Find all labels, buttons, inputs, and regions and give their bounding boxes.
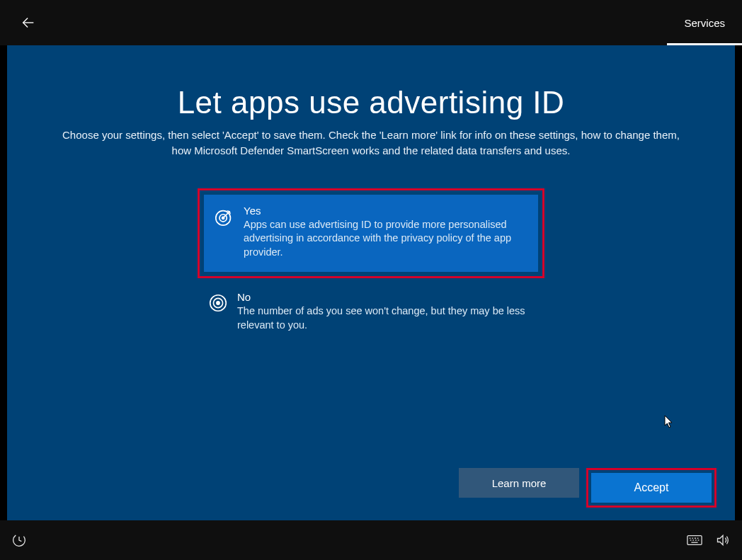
back-button[interactable]	[14, 8, 42, 37]
svg-rect-9	[687, 536, 702, 545]
option-no-desc: The number of ads you see won't change, …	[237, 304, 533, 332]
target-icon	[207, 292, 229, 314]
learn-more-button[interactable]: Learn more	[459, 468, 579, 498]
option-yes[interactable]: Yes Apps can use advertising ID to provi…	[204, 195, 538, 273]
target-arrow-icon	[214, 206, 235, 227]
svg-marker-19	[718, 535, 724, 544]
content-area: Let apps use advertising ID Choose your …	[7, 45, 735, 520]
volume-icon[interactable]	[715, 532, 731, 548]
option-yes-highlight: Yes Apps can use advertising ID to provi…	[198, 188, 544, 279]
keyboard-icon[interactable]	[687, 532, 702, 548]
page-title: Let apps use advertising ID	[7, 45, 735, 120]
accept-highlight: Accept	[586, 468, 717, 508]
option-no[interactable]: No The number of ads you see won't chang…	[198, 282, 544, 343]
bottom-bar	[0, 520, 742, 560]
svg-point-7	[217, 302, 219, 304]
option-yes-title: Yes	[244, 205, 527, 217]
option-no-title: No	[237, 291, 533, 303]
cursor-icon	[664, 415, 674, 429]
learn-more-label: Learn more	[492, 477, 547, 489]
accept-button[interactable]: Accept	[591, 473, 712, 503]
ease-of-access-icon[interactable]	[11, 532, 27, 548]
options-group: Yes Apps can use advertising ID to provi…	[198, 188, 544, 344]
option-yes-desc: Apps can use advertising ID to provide m…	[244, 218, 527, 260]
page-subtitle: Choose your settings, then select 'Accep…	[52, 127, 690, 159]
back-arrow-icon	[21, 15, 36, 30]
oobe-frame: Services Let apps use advertising ID Cho…	[0, 0, 742, 560]
top-bar: Services	[0, 0, 742, 45]
tab-services[interactable]: Services	[667, 0, 742, 45]
tab-services-label: Services	[684, 17, 725, 29]
accept-label: Accept	[634, 481, 669, 494]
footer-buttons: Learn more Accept	[459, 468, 717, 508]
